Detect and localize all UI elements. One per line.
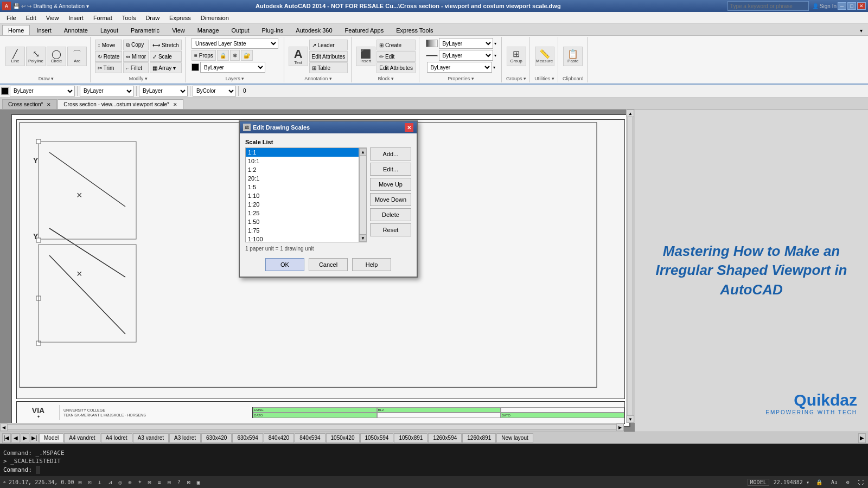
doc-tab-2[interactable]: Cross section - view...ostum viewport sc… — [58, 99, 183, 109]
color-toolbar-dropdown[interactable]: ByColor — [193, 86, 236, 97]
scale-item-5[interactable]: 1:10 — [246, 191, 359, 200]
layout-tab-1260x891[interactable]: 1260x891 — [462, 433, 496, 443]
tp-btn[interactable]: ⊞ — [165, 479, 173, 485]
doc-tab-1[interactable]: Cross section° ✕ — [2, 99, 57, 109]
circle-button[interactable]: ◯Circle — [47, 47, 66, 66]
stretch-button[interactable]: ⟷ Stretch — [150, 40, 181, 50]
am-btn[interactable]: ▣ — [195, 479, 202, 485]
tab-plugins[interactable]: Plug-ins — [256, 25, 290, 35]
tab-home[interactable]: Home — [2, 25, 30, 35]
status-coords-toggle[interactable]: ⚬ — [2, 479, 7, 485]
measure-btn[interactable]: 📏Measure — [535, 47, 554, 66]
layout-tab-1050x891[interactable]: 1050x891 — [394, 433, 427, 443]
scroll-list-down[interactable]: ▼ — [359, 234, 367, 242]
tab-expresstools[interactable]: Express Tools — [390, 25, 439, 35]
layout-tab-a3l[interactable]: A3 lodret — [169, 433, 201, 443]
autocad-app-icon[interactable]: A — [2, 2, 11, 10]
layout-tab-840x594[interactable]: 840x594 — [295, 433, 325, 443]
fillet-button[interactable]: ⌐ Fillet — [123, 62, 149, 73]
scale-item-1[interactable]: 10:1 — [246, 157, 359, 165]
ducs-btn[interactable]: ⌖ — [136, 479, 144, 485]
edit-attr-button[interactable]: Edit Attributes — [309, 51, 348, 62]
layer-name-dropdown[interactable]: ByLayer — [200, 62, 265, 73]
line-button[interactable]: ╱Line — [5, 47, 25, 66]
snap-btn[interactable]: ⊡ — [86, 479, 93, 485]
minimize-btn[interactable]: ─ — [838, 2, 846, 10]
scroll-down-btn[interactable]: ▼ — [627, 415, 634, 423]
layout-tab-630x594[interactable]: 630x594 — [232, 433, 263, 443]
table-button[interactable]: ⊞ Table — [309, 62, 348, 73]
scroll-list-up[interactable]: ▲ — [359, 148, 367, 156]
layout-tab-a4v[interactable]: A4 vandret — [64, 433, 100, 443]
ok-button[interactable]: OK — [265, 258, 304, 271]
menu-express[interactable]: Express — [165, 14, 195, 22]
menu-edit[interactable]: Edit — [22, 14, 41, 22]
menu-view[interactable]: View — [42, 14, 63, 22]
layout-nav-prev[interactable]: ◀ — [11, 433, 20, 443]
layer-freeze-btn[interactable]: ❄ — [230, 50, 240, 61]
doc-tab-2-close[interactable]: ✕ — [173, 102, 177, 107]
scroll-up-btn[interactable]: ▲ — [627, 110, 634, 117]
dialog-titlebar[interactable]: ⚖ Edit Drawing Scales ✕ — [240, 121, 417, 133]
close-btn[interactable]: ✕ — [857, 2, 866, 10]
plotstyle-dropdown[interactable]: ByLayer — [427, 62, 492, 73]
group-btn[interactable]: ⊞Group — [507, 47, 526, 66]
arc-button[interactable]: ⌒Arc — [67, 47, 87, 66]
drawing-canvas[interactable]: Y Y × × — [0, 110, 635, 432]
copy-button[interactable]: ⧉ Copy — [123, 40, 149, 50]
current-layer-dropdown[interactable]: ByLayer — [10, 86, 75, 97]
move-button[interactable]: ↕ Move — [95, 40, 122, 50]
scale-item-9[interactable]: 1:75 — [246, 226, 359, 235]
layout-tab-1260x594[interactable]: 1260x594 — [428, 433, 462, 443]
linetype-dropdown[interactable]: ByLayer — [439, 38, 493, 49]
linetype-expand[interactable]: ▾ — [494, 41, 496, 46]
layout-tab-a3v[interactable]: A3 vandret — [133, 433, 169, 443]
scale-item-10[interactable]: 1:100 — [246, 235, 359, 242]
cancel-button[interactable]: Cancel — [309, 258, 348, 271]
lineweight-expand[interactable]: ▾ — [494, 53, 496, 58]
menu-draw[interactable]: Draw — [141, 14, 164, 22]
reset-scales-button[interactable]: Reset — [370, 223, 411, 236]
leader-button[interactable]: ↗ Leader — [309, 40, 348, 50]
scale-item-4[interactable]: 1:5 — [246, 183, 359, 191]
layout-tab-new[interactable]: New layout — [496, 433, 533, 443]
layout-tab-1050x420[interactable]: 1050x420 — [326, 433, 360, 443]
tab-annotate[interactable]: Annotate — [58, 25, 94, 35]
polyline-button[interactable]: ⤡Polyline — [26, 47, 46, 66]
layout-tab-a4l[interactable]: A4 lodret — [101, 433, 132, 443]
tab-layout[interactable]: Layout — [94, 25, 124, 35]
layout-tab-840x420[interactable]: 840x420 — [264, 433, 294, 443]
scale-item-7[interactable]: 1:25 — [246, 209, 359, 217]
move-up-button[interactable]: Move Up — [370, 178, 411, 191]
lw-btn[interactable]: ≡ — [156, 479, 163, 485]
menu-dimension[interactable]: Dimension — [196, 14, 233, 22]
scroll-right-btn[interactable]: ▶ — [616, 423, 624, 431]
grid-btn[interactable]: ⊞ — [76, 479, 84, 485]
scale-scrollbar[interactable]: ▲ ▼ — [359, 147, 367, 242]
plotstyle-expand[interactable]: ▾ — [493, 65, 495, 70]
workspace-dropdown[interactable]: Drafting & Annotation ▾ — [34, 3, 89, 9]
layer-props-btn[interactable]: ≡ Props — [192, 50, 216, 61]
scale-item-3[interactable]: 20:1 — [246, 174, 359, 183]
insert-block-btn[interactable]: ⬛Insert — [356, 47, 375, 66]
help-button[interactable]: Help — [352, 258, 391, 271]
dialog-close-button[interactable]: ✕ — [405, 123, 413, 132]
tab-featured[interactable]: Featured Apps — [339, 25, 390, 35]
scale-item-8[interactable]: 1:50 — [246, 217, 359, 226]
scale-item-2[interactable]: 1:2 — [246, 165, 359, 174]
annotation-scale-btn[interactable]: A↕ — [829, 479, 840, 485]
layout-nav-next[interactable]: ▶ — [21, 433, 29, 443]
tab-view[interactable]: View — [166, 25, 191, 35]
tab-autodesk360[interactable]: Autodesk 360 — [290, 25, 338, 35]
scale-item-0[interactable]: 1:1 — [246, 148, 359, 157]
qp-btn[interactable]: ? — [175, 479, 183, 485]
ws-settings-btn[interactable]: ⚙ — [844, 479, 852, 485]
layout-nav-first[interactable]: |◀ — [2, 433, 11, 443]
paste-btn[interactable]: 📋Paste — [563, 47, 583, 66]
osnap-btn[interactable]: ◎ — [117, 479, 124, 485]
create-block-btn[interactable]: ⊞ Create — [376, 40, 416, 50]
scale-listbox[interactable]: 1:110:11:220:11:51:101:201:251:501:751:1… — [245, 147, 359, 242]
menu-file[interactable]: File — [2, 14, 21, 22]
layout-nav-last[interactable]: ▶| — [30, 433, 39, 443]
layer-match-btn[interactable]: 🔒 — [217, 50, 229, 61]
